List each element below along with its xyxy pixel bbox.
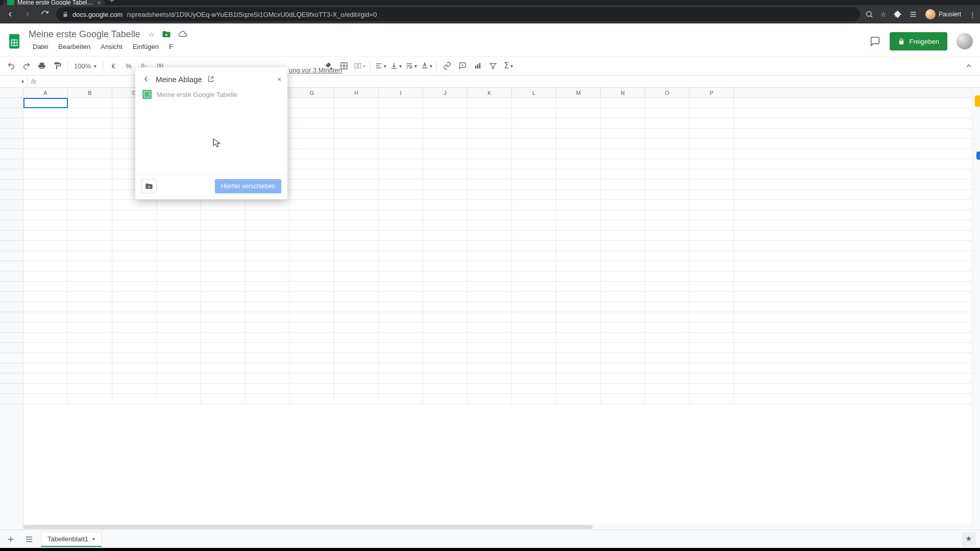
col-header[interactable]: L <box>512 88 556 97</box>
cell[interactable] <box>157 312 201 322</box>
cell[interactable] <box>201 373 246 383</box>
cell[interactable] <box>468 373 512 383</box>
cell[interactable] <box>68 169 112 179</box>
cell[interactable] <box>556 108 601 118</box>
cell[interactable] <box>690 251 734 261</box>
cell[interactable] <box>468 384 512 393</box>
cell[interactable] <box>601 353 645 363</box>
filter-button[interactable] <box>486 59 500 73</box>
cell[interactable] <box>334 108 379 118</box>
cell[interactable] <box>556 118 601 128</box>
share-button[interactable]: Freigeben <box>890 32 947 51</box>
cell[interactable] <box>112 384 157 393</box>
menu-einfuegen[interactable]: Einfügen <box>129 42 163 52</box>
cell[interactable] <box>157 292 201 302</box>
cell[interactable] <box>201 384 246 393</box>
cell[interactable] <box>601 384 645 393</box>
cell[interactable] <box>112 343 157 353</box>
select-all-corner[interactable] <box>0 88 23 97</box>
cell[interactable] <box>601 363 645 373</box>
cell[interactable] <box>23 302 68 312</box>
cell[interactable] <box>512 159 556 169</box>
cell[interactable] <box>23 169 68 179</box>
cell[interactable] <box>379 241 423 251</box>
cell[interactable] <box>112 251 157 261</box>
cell[interactable] <box>601 98 645 108</box>
cell[interactable] <box>512 261 556 271</box>
cell[interactable] <box>246 261 290 271</box>
row-header[interactable] <box>0 241 23 251</box>
cell[interactable] <box>379 363 423 373</box>
cell[interactable] <box>601 108 645 118</box>
cell[interactable] <box>201 231 246 240</box>
cell[interactable] <box>512 302 556 312</box>
cell[interactable] <box>23 241 68 251</box>
cell[interactable] <box>290 169 334 179</box>
cell[interactable] <box>645 271 690 281</box>
cell[interactable] <box>423 108 468 118</box>
cell[interactable] <box>423 231 468 240</box>
cell[interactable] <box>601 312 645 322</box>
cell[interactable] <box>468 139 512 148</box>
cell[interactable] <box>23 210 68 220</box>
new-tab-button[interactable]: + <box>105 0 119 5</box>
cell[interactable] <box>423 241 468 251</box>
cell[interactable] <box>468 231 512 240</box>
comments-icon[interactable] <box>869 36 880 47</box>
cell[interactable] <box>157 220 201 230</box>
insert-comment-button[interactable] <box>455 59 470 73</box>
cell[interactable] <box>68 271 112 281</box>
cell[interactable] <box>23 353 68 363</box>
cell[interactable] <box>334 353 379 363</box>
row-header[interactable] <box>0 220 23 231</box>
cell[interactable] <box>556 220 601 230</box>
cell[interactable] <box>68 333 112 342</box>
document-title[interactable]: Meine erste Google Tabelle <box>29 29 140 40</box>
cell[interactable] <box>68 190 112 199</box>
cell[interactable] <box>201 261 246 271</box>
cell[interactable] <box>112 210 157 220</box>
cell[interactable] <box>23 282 68 291</box>
last-edit-text[interactable]: ung vor 3 Minuten <box>289 66 342 74</box>
cell[interactable] <box>246 302 290 312</box>
cell[interactable] <box>201 343 246 353</box>
cell[interactable] <box>23 220 68 230</box>
cell[interactable] <box>512 108 556 118</box>
cell[interactable] <box>423 282 468 291</box>
row-header[interactable] <box>0 149 23 159</box>
cell[interactable] <box>468 210 512 220</box>
cell[interactable] <box>468 322 512 332</box>
row-header[interactable] <box>0 98 23 108</box>
cell[interactable] <box>23 261 68 271</box>
cell[interactable] <box>290 353 334 363</box>
cell[interactable] <box>601 302 645 312</box>
open-in-new-icon[interactable] <box>207 76 214 83</box>
cell[interactable] <box>112 220 157 230</box>
cell[interactable] <box>468 159 512 169</box>
cell[interactable] <box>334 180 379 189</box>
cell[interactable] <box>645 118 690 128</box>
cell[interactable] <box>690 149 734 159</box>
sheet-tab-menu-icon[interactable]: ▾ <box>92 536 95 542</box>
cell[interactable] <box>201 353 246 363</box>
cell[interactable] <box>423 333 468 342</box>
vertical-align-button[interactable]: ▾ <box>388 59 403 73</box>
cell[interactable] <box>23 139 68 148</box>
cell[interactable] <box>157 261 201 271</box>
insert-chart-button[interactable] <box>471 59 485 73</box>
cell[interactable] <box>601 373 645 383</box>
cell[interactable] <box>423 180 468 189</box>
cell[interactable] <box>423 353 468 363</box>
cell[interactable] <box>379 159 423 169</box>
cell[interactable] <box>690 384 734 393</box>
cell[interactable] <box>201 200 246 210</box>
row-header[interactable] <box>0 282 23 292</box>
cell[interactable] <box>68 282 112 291</box>
cell[interactable] <box>157 363 201 373</box>
side-panel-toggle[interactable] <box>975 95 980 107</box>
cell[interactable] <box>334 333 379 342</box>
cell[interactable] <box>512 149 556 159</box>
cell[interactable] <box>512 271 556 281</box>
menu-ansicht[interactable]: Ansicht <box>96 42 127 52</box>
cell[interactable] <box>468 180 512 189</box>
